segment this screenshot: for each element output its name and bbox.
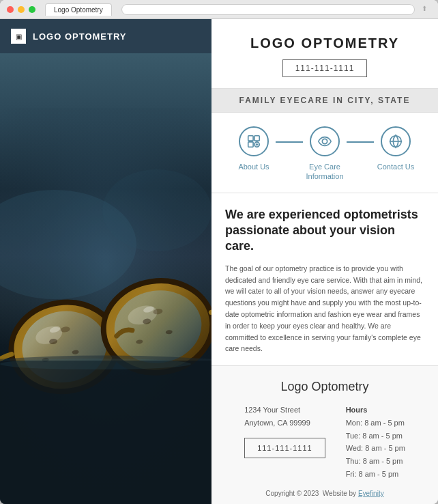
right-panel: LOGO OPTOMETRY 111-111-1111 FAMILY EYECA… bbox=[211, 19, 438, 504]
hours-mon: Mon: 8 am - 5 pm bbox=[346, 417, 405, 430]
hours-title: Hours bbox=[346, 404, 405, 417]
right-top-section: LOGO OPTOMETRY 111-111-1111 bbox=[211, 19, 438, 89]
address-bar[interactable] bbox=[121, 4, 415, 15]
page-layout: ▣ LOGO OPTOMETRY bbox=[0, 19, 438, 504]
address-line2: Anytown, CA 99999 bbox=[244, 417, 325, 430]
nav-item-eyecare[interactable]: Eye CareInformation bbox=[289, 126, 360, 182]
nav-icons-section: About Us Eye CareInformation bbox=[211, 113, 438, 193]
browser-tab[interactable]: Logo Optometry bbox=[45, 3, 112, 16]
maximize-dot[interactable] bbox=[29, 6, 35, 13]
footer-title: Logo Optometry bbox=[225, 380, 424, 394]
svg-point-2 bbox=[102, 169, 211, 251]
footer-section: Logo Optometry 1234 Your Street Anytown,… bbox=[211, 366, 438, 504]
phone-button[interactable]: 111-111-1111 bbox=[282, 59, 368, 77]
svg-rect-22 bbox=[254, 136, 259, 141]
nav-item-about[interactable]: About Us bbox=[218, 126, 289, 171]
hero-photo bbox=[0, 53, 211, 504]
nav-item-contact[interactable]: Contact Us bbox=[360, 126, 431, 171]
eyecare-label: Eye CareInformation bbox=[306, 162, 343, 182]
footer-hours: Hours Mon: 8 am - 5 pm Tue: 8 am - 5 pm … bbox=[346, 404, 405, 480]
svg-point-20 bbox=[0, 359, 191, 369]
logo-icon: ▣ bbox=[11, 29, 26, 44]
logo-text: LOGO OPTOMETRY bbox=[33, 31, 127, 42]
about-icon bbox=[239, 126, 269, 156]
footer-phone-button[interactable]: 111-111-1111 bbox=[244, 438, 325, 459]
hours-wed: Wed: 8 am - 5 pm bbox=[346, 442, 405, 455]
address-line1: 1234 Your Street bbox=[244, 404, 325, 417]
copyright-text: Copyright © 2023 Website by Eyefinity bbox=[225, 490, 424, 497]
svg-rect-21 bbox=[248, 136, 253, 141]
minimize-dot[interactable] bbox=[18, 6, 25, 13]
left-panel: ▣ LOGO OPTOMETRY bbox=[0, 19, 211, 504]
glasses-svg bbox=[0, 108, 211, 504]
browser-toolbar: Logo Optometry ⬆ bbox=[0, 0, 438, 19]
main-body-text: The goal of our optometry practice is to… bbox=[225, 263, 424, 354]
hours-fri: Fri: 8 am - 5 pm bbox=[346, 468, 405, 481]
eyecare-icon bbox=[310, 126, 340, 156]
hours-thu: Thu: 8 am - 5 pm bbox=[346, 455, 405, 468]
footer-address: 1234 Your Street Anytown, CA 99999 111-1… bbox=[244, 404, 325, 480]
share-icon: ⬆ bbox=[422, 5, 431, 14]
browser-window: Logo Optometry ⬆ ▣ LOGO OPTOMETRY bbox=[0, 0, 438, 504]
contact-label: Contact Us bbox=[377, 162, 414, 171]
contact-icon bbox=[381, 126, 411, 156]
subtitle-bar: FAMILY EYECARE IN CITY, STATE bbox=[211, 89, 438, 113]
close-dot[interactable] bbox=[7, 6, 14, 13]
footer-info: 1234 Your Street Anytown, CA 99999 111-1… bbox=[225, 404, 424, 480]
eyefinity-link[interactable]: Eyefinity bbox=[358, 490, 384, 497]
hours-tue: Tue: 8 am - 5 pm bbox=[346, 430, 405, 443]
about-label: About Us bbox=[238, 162, 269, 171]
svg-point-27 bbox=[322, 139, 327, 143]
left-header: ▣ LOGO OPTOMETRY bbox=[0, 19, 211, 53]
svg-rect-23 bbox=[248, 142, 253, 147]
svg-rect-19 bbox=[0, 361, 211, 504]
main-heading: We are experienced optometrists passiona… bbox=[225, 207, 424, 255]
site-title: LOGO OPTOMETRY bbox=[225, 36, 424, 51]
main-content-section: We are experienced optometrists passiona… bbox=[211, 193, 438, 367]
